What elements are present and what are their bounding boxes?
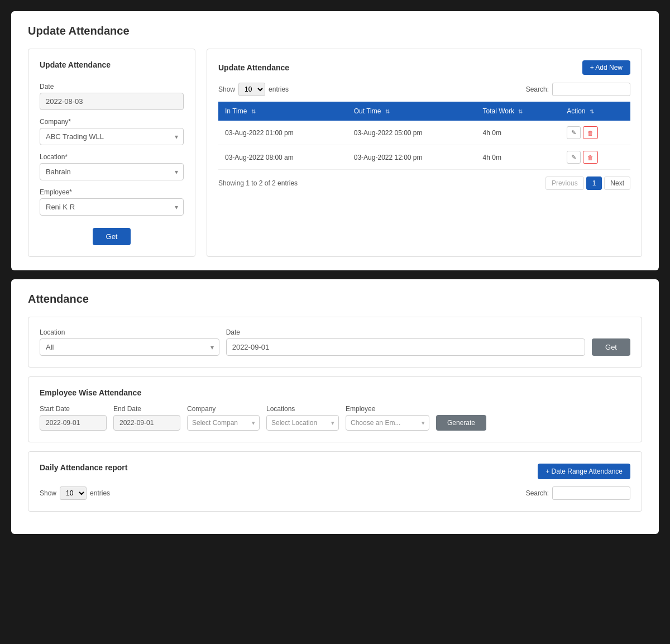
location-group-2: Location All bbox=[40, 328, 219, 356]
edit-button[interactable]: ✎ bbox=[567, 151, 581, 164]
date-label-2: Date bbox=[226, 328, 585, 336]
location-select-wrapper: Bahrain bbox=[40, 163, 184, 180]
cell-out-time: 03-Aug-2022 12:00 pm bbox=[347, 145, 476, 170]
employee-filter-select-wrapper: Choose an Em... bbox=[346, 415, 429, 431]
right-section: Update Attendance + Add New Show 10 entr… bbox=[207, 49, 642, 257]
location-group: Location* Bahrain bbox=[40, 153, 184, 180]
right-header: Update Attendance + Add New bbox=[218, 60, 630, 75]
cell-action: ✎ 🗑 bbox=[560, 145, 630, 170]
cell-out-time: 03-Aug-2022 05:00 pm bbox=[347, 121, 476, 145]
pagination: Previous 1 Next bbox=[545, 176, 630, 190]
company-group: Company* ABC Trading WLL bbox=[40, 118, 184, 145]
generate-button[interactable]: Generate bbox=[436, 415, 486, 431]
sort-icon-out-time[interactable]: ⇅ bbox=[385, 108, 390, 115]
cell-total-work: 4h 0m bbox=[476, 121, 561, 145]
left-form-title: Update Attendance bbox=[40, 60, 184, 74]
employee-filter-group: Employee Choose an Em... bbox=[346, 405, 429, 431]
sort-icon-action[interactable]: ⇅ bbox=[590, 108, 594, 115]
start-date-group: Start Date bbox=[40, 405, 107, 431]
showing-text: Showing 1 to 2 of 2 entries bbox=[218, 179, 298, 187]
company-label: Company* bbox=[40, 118, 184, 126]
date-input[interactable] bbox=[40, 93, 184, 110]
end-date-group: End Date bbox=[113, 405, 180, 431]
locations-filter-select[interactable]: Select Location bbox=[266, 415, 339, 431]
location-select[interactable]: Bahrain bbox=[40, 163, 184, 180]
col-out-time: Out Time ⇅ bbox=[347, 102, 476, 121]
company-filter-group: Company Select Compan bbox=[187, 405, 260, 431]
employee-wise-section: Employee Wise Attendance Start Date End … bbox=[28, 376, 642, 442]
daily-report-header: Daily Attendance report + Date Range Att… bbox=[40, 463, 630, 480]
inline-form: Location All Date Get bbox=[40, 328, 630, 356]
page-1-button[interactable]: 1 bbox=[586, 176, 602, 190]
table-row: 03-Aug-2022 08:00 am 03-Aug-2022 12:00 p… bbox=[218, 145, 630, 170]
bottom-table-controls: Show 10 entries Search: bbox=[40, 486, 630, 500]
update-attendance-panel: Update Attendance Update Attendance Date… bbox=[11, 11, 659, 270]
table-header-row: In Time ⇅ Out Time ⇅ Total Work ⇅ Acti bbox=[218, 102, 630, 121]
col-in-time: In Time ⇅ bbox=[218, 102, 347, 121]
table-controls: Show 10 entries Search: bbox=[218, 83, 630, 96]
end-date-input[interactable] bbox=[113, 415, 180, 431]
search-label: Search: bbox=[526, 85, 549, 93]
employee-group: Employee* Reni K R bbox=[40, 188, 184, 216]
employee-wise-title: Employee Wise Attendance bbox=[40, 388, 630, 397]
daily-search-label: Search: bbox=[526, 489, 549, 497]
cell-action: ✎ 🗑 bbox=[560, 121, 630, 145]
employee-filter-label: Employee bbox=[346, 405, 429, 413]
start-date-label: Start Date bbox=[40, 405, 107, 413]
cell-total-work: 4h 0m bbox=[476, 145, 561, 170]
cell-in-time: 03-Aug-2022 01:00 pm bbox=[218, 121, 347, 145]
table-footer: Showing 1 to 2 of 2 entries Previous 1 N… bbox=[218, 176, 630, 190]
filter-row: Start Date End Date Company Select Compa… bbox=[40, 405, 630, 431]
edit-button[interactable]: ✎ bbox=[567, 126, 581, 139]
location-select-wrapper-2: All bbox=[40, 338, 219, 356]
attendance-panel: Attendance Location All Date Get Employe… bbox=[11, 279, 659, 534]
employee-select[interactable]: Reni K R bbox=[40, 198, 184, 216]
next-button[interactable]: Next bbox=[604, 176, 630, 190]
daily-show-label: Show bbox=[40, 489, 56, 497]
company-filter-select[interactable]: Select Compan bbox=[187, 415, 260, 431]
location-select-2[interactable]: All bbox=[40, 338, 219, 356]
locations-filter-label: Locations bbox=[266, 405, 339, 413]
employee-filter-select[interactable]: Choose an Em... bbox=[346, 415, 429, 431]
attendance-title: Attendance bbox=[28, 293, 642, 306]
action-buttons: ✎ 🗑 bbox=[567, 151, 624, 164]
locations-filter-select-wrapper: Select Location bbox=[266, 415, 339, 431]
employee-select-wrapper: Reni K R bbox=[40, 198, 184, 216]
date-group-2: Date bbox=[226, 328, 585, 356]
company-select[interactable]: ABC Trading WLL bbox=[40, 128, 184, 145]
location-label: Location* bbox=[40, 153, 184, 161]
sort-icon-in-time[interactable]: ⇅ bbox=[251, 108, 256, 115]
right-section-title: Update Attendance bbox=[218, 63, 289, 72]
search-group: Search: bbox=[526, 83, 630, 96]
get-button-2[interactable]: Get bbox=[592, 338, 630, 356]
get-button[interactable]: Get bbox=[93, 228, 131, 245]
company-filter-select-wrapper: Select Compan bbox=[187, 415, 260, 431]
date-label: Date bbox=[40, 83, 184, 90]
delete-button[interactable]: 🗑 bbox=[583, 151, 598, 164]
show-select[interactable]: 10 bbox=[238, 83, 265, 96]
table-row: 03-Aug-2022 01:00 pm 03-Aug-2022 05:00 p… bbox=[218, 121, 630, 145]
search-input[interactable] bbox=[552, 83, 630, 96]
add-new-button[interactable]: + Add New bbox=[582, 60, 630, 75]
show-label: Show bbox=[218, 85, 235, 93]
col-total-work: Total Work ⇅ bbox=[476, 102, 561, 121]
update-attendance-title: Update Attendance bbox=[28, 25, 642, 37]
date-range-button[interactable]: + Date Range Attendance bbox=[538, 464, 630, 479]
daily-search-input[interactable] bbox=[552, 486, 630, 500]
previous-button[interactable]: Previous bbox=[545, 176, 584, 190]
company-select-wrapper: ABC Trading WLL bbox=[40, 128, 184, 145]
sort-icon-total-work[interactable]: ⇅ bbox=[518, 108, 523, 115]
show-entries: Show 10 entries bbox=[218, 83, 289, 96]
end-date-label: End Date bbox=[113, 405, 180, 413]
daily-report-section: Daily Attendance report + Date Range Att… bbox=[28, 451, 642, 512]
left-form: Update Attendance Date Company* ABC Trad… bbox=[28, 49, 195, 257]
start-date-input[interactable] bbox=[40, 415, 107, 431]
attendance-table: In Time ⇅ Out Time ⇅ Total Work ⇅ Acti bbox=[218, 102, 630, 170]
daily-show-select[interactable]: 10 bbox=[60, 486, 87, 500]
locations-filter-group: Locations Select Location bbox=[266, 405, 339, 431]
location-label-2: Location bbox=[40, 328, 219, 336]
daily-search-group: Search: bbox=[526, 486, 630, 500]
date-input-2[interactable] bbox=[226, 338, 585, 356]
daily-entries-label: entries bbox=[90, 489, 110, 497]
delete-button[interactable]: 🗑 bbox=[583, 126, 598, 139]
